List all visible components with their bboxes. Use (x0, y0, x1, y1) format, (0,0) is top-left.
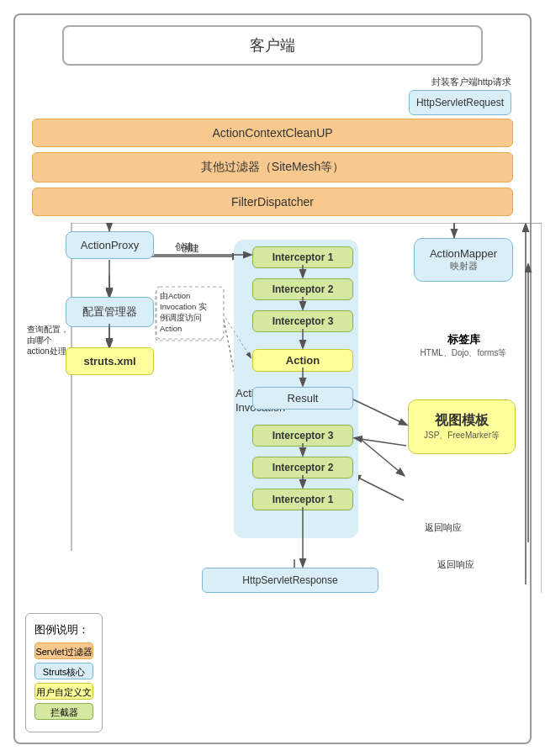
config-manager-box: 配置管理器 (66, 297, 154, 327)
svg-text:Action: Action (158, 325, 180, 334)
svg-text:由Action: 由Action (158, 294, 188, 304)
legend-box: 图例说明： Servlet过滤器 Struts核心API 用户自定义文件 (25, 613, 103, 732)
filter-box-1: ActionContextCleanUP (32, 119, 513, 147)
tag-lib-box: 标签库 HTML、Dojo、forms等 (414, 332, 513, 359)
legend-swatch-blue: Struts核心API (34, 663, 93, 679)
diagram-container: 客户端 封装客户端http请求 HttpServletRequest Actio… (13, 13, 532, 744)
svg-text:Invocation 实: Invocation 实 (158, 304, 205, 314)
struts-xml-box: struts.xml (66, 347, 154, 375)
client-box: 客户端 (62, 25, 483, 66)
legend-item-struts: Struts核心API (34, 663, 93, 679)
filter-row-2: 其他过滤器（SiteMesh等） (25, 152, 520, 182)
filter-box-3: FilterDispatcher (32, 188, 513, 216)
encapsulate-annotation: 封装客户端http请求 (409, 76, 511, 88)
return-response-annotation: 返回响应 (425, 521, 462, 534)
interceptor3-bottom: Interceptor 3 (252, 425, 353, 447)
interceptor1-bottom: Interceptor 1 (252, 489, 353, 510)
svg-text:例调度访问: 例调度访问 (158, 315, 200, 324)
page: 客户端 封装客户端http请求 HttpServletRequest Actio… (0, 0, 545, 756)
legend-title: 图例说明： (34, 622, 93, 637)
legend-item-interceptor: 拦截器 (34, 703, 93, 720)
view-template-box: 视图模板 JSP、FreeMarker等 (408, 399, 516, 454)
client-label: 客户端 (250, 37, 295, 54)
http-response-box: HttpServletResponse (202, 568, 378, 593)
interceptor2-top: Interceptor 2 (252, 278, 353, 300)
filter-row-3: FilterDispatcher (25, 188, 520, 216)
http-request-box: HttpServletRequest (409, 90, 511, 115)
legend-item-servlet: Servlet过滤器 (34, 642, 93, 659)
interceptor1-top: Interceptor 1 (252, 246, 353, 268)
filter-row-1: ActionContextCleanUP (25, 119, 520, 147)
action-proxy-box: ActionProxy (66, 231, 154, 259)
action-box: Action (252, 349, 353, 372)
svg-line-14 (353, 433, 404, 475)
legend-swatch-orange: Servlet过滤器 (34, 642, 93, 659)
legend-swatch-yellow: 用户自定义文件 (34, 683, 93, 700)
interceptor2-bottom: Interceptor 2 (252, 457, 353, 478)
bottom-row: 图例说明： Servlet过滤器 Struts核心API 用户自定义文件 (25, 600, 520, 732)
svg-line-15 (353, 475, 404, 500)
svg-text:创建: 创建 (181, 243, 199, 253)
interceptor3-top: Interceptor 3 (252, 310, 353, 332)
main-diagram: 创建 由Action Invocation 实 例调度访问 Action (25, 223, 520, 593)
legend-item-user: 用户自定义文件 (34, 683, 93, 700)
filter-box-2: 其他过滤器（SiteMesh等） (32, 152, 513, 182)
result-box: Result (252, 387, 353, 410)
action-mapper-box: ActionMapper 映射器 (414, 238, 513, 282)
http-request-label: HttpServletRequest (416, 97, 504, 108)
legend-swatch-green: 拦截器 (34, 703, 93, 720)
